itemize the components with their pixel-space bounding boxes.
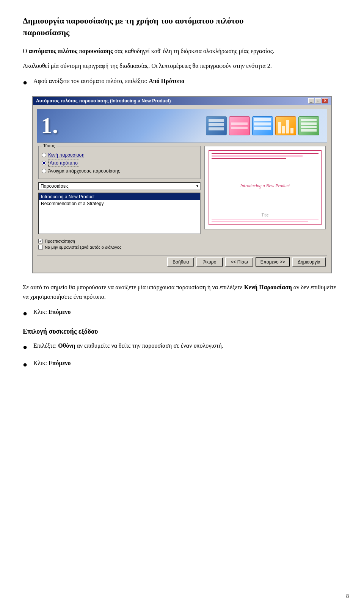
radio-template-circle[interactable] bbox=[42, 161, 46, 165]
bullet-text-1: Αφού ανοίξετε τον αυτόματο πιλότο, επιλέ… bbox=[33, 76, 184, 86]
preview-inner: Introducing a New Product Title bbox=[205, 146, 325, 229]
checkbox-no-repeat[interactable]: Να μην εμφανιστεί ξανά αυτός ο διάλογος bbox=[38, 245, 326, 249]
dialog-content: Τύπος Κενή παρουσίαση Από πρότυπο bbox=[37, 146, 327, 234]
bold-pilot: αυτόματος πιλότος παρουσίασης bbox=[29, 48, 113, 54]
page-number: 8 bbox=[346, 593, 349, 599]
create-button[interactable]: Δημιουργία bbox=[292, 257, 326, 267]
template-listbox[interactable]: Introducing a New Product Recommendation… bbox=[38, 193, 201, 234]
minimize-button[interactable]: _ bbox=[308, 98, 314, 104]
radio-blank[interactable]: Κενή παρουσίαση bbox=[42, 152, 197, 158]
radio-blank-label: Κενή παρουσίαση bbox=[48, 152, 85, 158]
radio-existing-circle[interactable] bbox=[42, 169, 46, 173]
titlebar-buttons: _ □ ✕ bbox=[308, 98, 328, 104]
bold-blank-pres: Κενή Παρουσίαση bbox=[244, 284, 292, 290]
bold-from-template: Από Πρότυπο bbox=[149, 78, 184, 84]
cancel-button[interactable]: Άκυρο bbox=[196, 257, 223, 267]
intro-paragraph2: Ακολουθεί μία σύντομη περιγραφή της διαδ… bbox=[23, 61, 341, 71]
presentations-dropdown[interactable]: Παρουσιάσεις bbox=[38, 182, 201, 190]
bullet-item-4: ● Κλικ: Επόμενο bbox=[23, 358, 341, 370]
bullet-dot-3: ● bbox=[23, 341, 30, 353]
step-header: 1. bbox=[37, 109, 327, 143]
dialog-container: Αυτόματος πιλότος παρουσίασης (Introduci… bbox=[32, 96, 332, 273]
dialog-body: 1. bbox=[33, 105, 331, 273]
help-button[interactable]: Βοήθεια bbox=[167, 257, 194, 267]
bullet-text-4: Κλικ: Επόμενο bbox=[33, 358, 71, 368]
page-title: Δημιουργία παρουσίασης με τη χρήση του α… bbox=[23, 15, 341, 39]
after-dialog-paragraph: Σε αυτό το σημείο θα μπορούσατε να ανοίξ… bbox=[23, 282, 341, 302]
list-item-new-product[interactable]: Introducing a New Product bbox=[39, 193, 200, 200]
left-panel: Τύπος Κενή παρουσίαση Από πρότυπο bbox=[38, 146, 201, 234]
blue-icon bbox=[252, 116, 273, 135]
type-group: Τύπος Κενή παρουσίαση Από πρότυπο bbox=[38, 146, 201, 179]
dropdown-row: Παρουσιάσεις bbox=[38, 182, 201, 190]
step-icons bbox=[206, 116, 319, 135]
list-item-strategy[interactable]: Recommendation of a Strategy bbox=[39, 200, 200, 207]
bold-next-2: Επόμενο bbox=[49, 360, 71, 366]
step-number: 1. bbox=[41, 113, 58, 139]
bullet-text-2: Κλικ: Επόμενο bbox=[33, 307, 71, 317]
back-button[interactable]: << Πίσω bbox=[225, 257, 253, 267]
bullet-item-2: ● Κλικ: Επόμενο bbox=[23, 307, 341, 319]
dialog-titlebar: Αυτόματος πιλότος παρουσίασης (Introduci… bbox=[33, 97, 331, 105]
section-title: Επιλογή συσκευής εξόδου bbox=[23, 327, 341, 336]
bold-next-1: Επόμενο bbox=[49, 309, 71, 315]
preview-checkbox-label: Προεπισκόπηση bbox=[45, 239, 75, 243]
chart-icon bbox=[275, 116, 296, 135]
no-repeat-checkbox-label: Να μην εμφανιστεί ξανά αυτός ο διάλογος bbox=[45, 245, 121, 249]
bullet-dot-4: ● bbox=[23, 358, 30, 370]
bullet-text-3: Επιλέξτε: Οθόνη αν επιθυμείτε να δείτε τ… bbox=[33, 341, 223, 351]
slides-icon bbox=[206, 116, 227, 135]
next-button[interactable]: Επόμενο >> bbox=[256, 257, 290, 267]
bullet-dot-2: ● bbox=[23, 307, 30, 319]
radio-existing[interactable]: Άνοιγμα υπάρχουσας παρουσίασης bbox=[42, 168, 197, 174]
dialog-title: Αυτόματος πιλότος παρουσίασης (Introduci… bbox=[36, 98, 171, 104]
no-repeat-checkbox[interactable] bbox=[38, 245, 43, 249]
bullet-item-3: ● Επιλέξτε: Οθόνη αν επιθυμείτε να δείτε… bbox=[23, 341, 341, 353]
radio-existing-label: Άνοιγμα υπάρχουσας παρουσίασης bbox=[48, 168, 120, 174]
preview-checkbox[interactable] bbox=[38, 239, 43, 243]
close-button[interactable]: ✕ bbox=[322, 98, 328, 104]
radio-template[interactable]: Από πρότυπο bbox=[42, 160, 197, 166]
dialog-buttons: Βοήθεια Άκυρο << Πίσω Επόμενο >> Δημιουρ… bbox=[37, 256, 327, 269]
bold-screen: Οθόνη bbox=[58, 342, 75, 349]
dialog-window: Αυτόματος πιλότος παρουσίασης (Introduci… bbox=[32, 96, 332, 273]
bullet-item-1: ● Αφού ανοίξετε τον αυτόματο πιλότο, επι… bbox=[23, 76, 341, 88]
right-panel: Introducing a New Product Title bbox=[204, 146, 326, 234]
radio-blank-circle[interactable] bbox=[42, 153, 46, 157]
maximize-button[interactable]: □ bbox=[315, 98, 321, 104]
checkboxes-area: Προεπισκόπηση Να μην εμφανιστεί ξανά αυτ… bbox=[37, 237, 327, 251]
group-label: Τύπος bbox=[42, 143, 56, 148]
pink-icon bbox=[229, 116, 250, 135]
preview-box: Introducing a New Product Title bbox=[204, 146, 326, 229]
radio-template-label: Από πρότυπο bbox=[48, 160, 79, 166]
bullet-dot-1: ● bbox=[23, 76, 30, 88]
preview-title-text: Introducing a New Product bbox=[240, 183, 290, 189]
intro-paragraph1: Ο αυτόματος πιλότος παρουσίασης σας καθο… bbox=[23, 46, 341, 56]
select-wrapper[interactable]: Παρουσιάσεις bbox=[38, 182, 201, 190]
preview-subtitle: Title bbox=[262, 213, 269, 217]
checkbox-preview[interactable]: Προεπισκόπηση bbox=[38, 239, 326, 243]
lines-icon bbox=[298, 116, 319, 135]
